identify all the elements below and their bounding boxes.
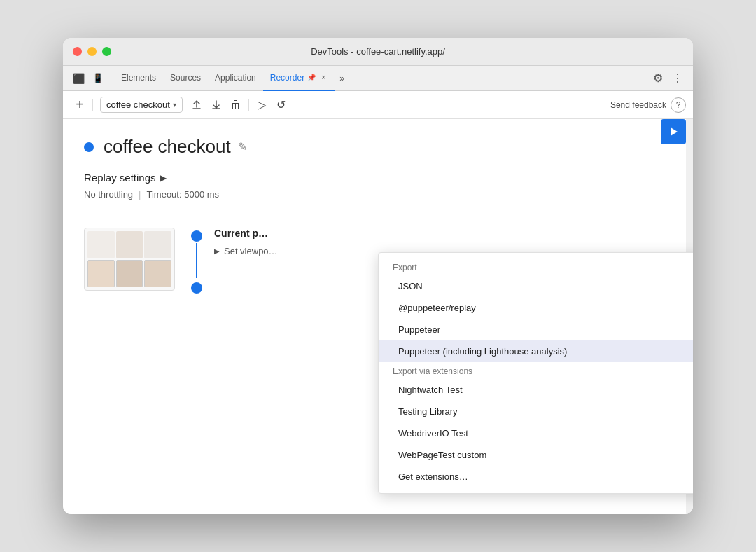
run-icon [668,126,679,137]
no-throttling-label: No throttling [84,189,133,200]
recorder-toolbar: + coffee checkout ▾ 🗑 ▷ ↺ Send feedback … [63,91,693,119]
toolbar-divider-2 [248,99,249,111]
devtools-window: DevTools - coffee-cart.netlify.app/ ⬛ 📱 … [63,38,693,514]
dropdown-arrow-icon: ▾ [173,101,176,109]
toolbar-divider-1 [92,99,93,111]
traffic-lights [73,47,111,56]
recording-title: coffee checkout [104,136,231,158]
dropdown-item-puppeteer-lighthouse[interactable]: Puppeteer (including Lighthouse analysis… [379,340,693,362]
pointer-icon[interactable]: ⬛ [69,69,88,88]
recording-status-dot [84,142,94,152]
dropdown-item-puppeteer-replay[interactable]: @puppeteer/replay [379,297,693,319]
edit-title-icon[interactable]: ✎ [238,140,247,153]
upload-button[interactable] [187,95,206,115]
tab-recorder[interactable]: Recorder 📌 × [263,66,335,91]
step-line [196,243,197,278]
recorder-close-icon[interactable]: × [318,73,328,83]
recording-selector[interactable]: coffee checkout ▾ [100,97,183,113]
step-thumbnail [84,228,175,291]
recorder-pin-icon: 📌 [307,74,316,81]
dropdown-item-webdriverio[interactable]: WebdriverIO Test [379,422,693,444]
help-button[interactable]: ? [671,97,686,113]
replay-settings-label: Replay settings [84,172,156,184]
tab-elements[interactable]: Elements [114,66,163,91]
dropdown-item-webpagetest[interactable]: WebPageTest custom [379,444,693,466]
titlebar: DevTools - coffee-cart.netlify.app/ [63,38,693,66]
export-via-section-label: Export via extensions [379,362,693,379]
recording-name: coffee checkout [106,99,170,110]
step-info: Current p… ▶ Set viewpo… [214,228,278,259]
upload-icon [191,99,202,111]
main-content: coffee checkout ✎ Replay settings ▶ No t… [63,119,693,514]
settings-icon[interactable]: ⚙ [648,69,668,88]
settings-details-row: No throttling | Timeout: 5000 ms [84,189,672,200]
download-icon [211,99,222,111]
step-dot-2 [191,282,202,294]
step-expand-icon[interactable]: ▶ [214,247,220,255]
window-title: DevTools - coffee-cart.netlify.app/ [311,46,445,57]
step-connector [186,228,207,294]
close-button[interactable] [73,47,82,56]
replay-button[interactable]: ↺ [272,95,291,115]
timeout-label: Timeout: 5000 ms [146,189,219,200]
svg-marker-0 [671,127,678,136]
minimize-button[interactable] [88,47,97,56]
dropdown-item-get-extensions[interactable]: Get extensions… [379,466,693,488]
dropdown-item-puppeteer[interactable]: Puppeteer [379,319,693,340]
device-icon[interactable]: 📱 [88,69,108,88]
set-viewport-label: Set viewpo… [224,246,278,256]
tab-sources[interactable]: Sources [163,66,208,91]
dropdown-item-json[interactable]: JSON [379,275,693,297]
more-options-icon[interactable]: ⋮ [668,69,687,88]
download-button[interactable] [206,95,226,115]
step-dot-1 [191,230,202,242]
play-button[interactable]: ▷ [252,95,272,115]
more-tabs-button[interactable]: » [335,74,349,83]
recording-title-row: coffee checkout ✎ [84,136,672,158]
export-dropdown: Export JSON @puppeteer/replay Puppeteer … [378,252,693,494]
tab-application[interactable]: Application [208,66,263,91]
replay-settings-row: Replay settings ▶ [84,172,672,184]
replay-settings-expand-icon[interactable]: ▶ [160,173,167,183]
dropdown-item-nightwatch[interactable]: Nightwatch Test [379,379,693,401]
current-page-label: Current p… [214,228,278,239]
delete-button[interactable]: 🗑 [226,95,246,115]
maximize-button[interactable] [102,47,111,56]
settings-divider: | [139,189,141,200]
set-viewport-step: ▶ Set viewpo… [214,243,278,259]
send-feedback-button[interactable]: Send feedback [606,100,671,110]
dropdown-item-testing-library[interactable]: Testing Library [379,401,693,422]
devtools-tab-bar: ⬛ 📱 Elements Sources Application Recorde… [63,66,693,91]
run-button[interactable] [661,119,686,144]
add-recording-button[interactable]: + [70,95,90,115]
export-section-label: Export [379,258,693,275]
tab-divider [111,72,111,85]
